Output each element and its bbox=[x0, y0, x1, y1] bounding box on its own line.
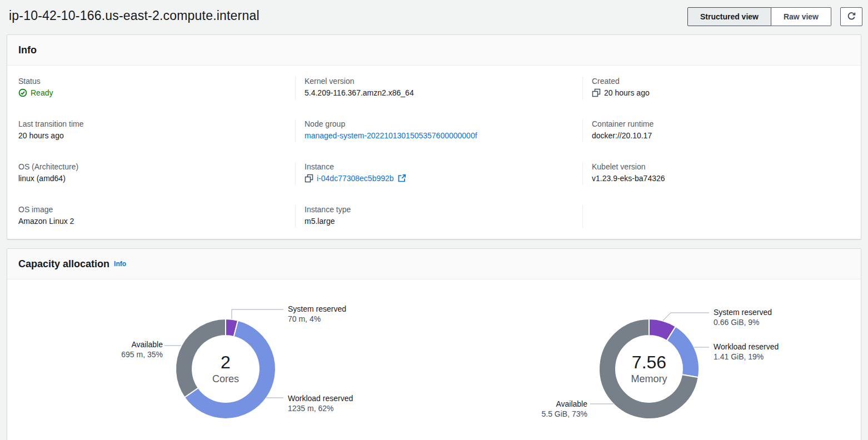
memory-system-reserved-label: System reserved 0.66 GiB, 9% bbox=[714, 307, 772, 327]
field-last-transition-time: Last transition time 20 hours ago bbox=[18, 119, 295, 142]
capacity-info-link[interactable]: Info bbox=[114, 260, 126, 268]
field-node-group: Node group managed-system-20221013015053… bbox=[295, 119, 582, 142]
refresh-button[interactable] bbox=[840, 7, 862, 26]
field-instance-type: Instance type m5.large bbox=[295, 205, 582, 228]
memory-available-label: Available 5.5 GiB, 73% bbox=[512, 399, 587, 419]
info-panel-title: Info bbox=[18, 44, 37, 56]
donut-slice-workload-reserved[interactable] bbox=[667, 327, 699, 378]
field-kernel-version: Kernel version 5.4.209-116.367.amzn2.x86… bbox=[295, 77, 582, 99]
memory-workload-reserved-label: Workload reserved 1.41 GiB, 19% bbox=[714, 342, 779, 362]
field-kubelet-version: Kubelet version v1.23.9-eks-ba74326 bbox=[582, 162, 850, 185]
donut-slice-available[interactable] bbox=[176, 319, 226, 397]
page-header: ip-10-42-10-166.us-east-2.compute.intern… bbox=[0, 0, 868, 34]
capacity-chart-area: 2 Cores System reserved 70 m, 4% Workloa… bbox=[7, 279, 861, 440]
memory-donut-chart: 7.56 Memory System reserved 0.66 GiB, 9%… bbox=[512, 302, 790, 440]
leader-line bbox=[663, 313, 709, 321]
external-link-icon[interactable] bbox=[397, 174, 406, 183]
leader-line bbox=[232, 309, 283, 319]
raw-view-button[interactable]: Raw view bbox=[771, 7, 831, 26]
field-instance: Instance i-04dc77308ec5b992b bbox=[295, 162, 582, 185]
refresh-icon bbox=[846, 12, 856, 22]
cores-workload-reserved-label: Workload reserved 1235 m, 62% bbox=[288, 393, 353, 413]
cores-available-label: Available 695 m, 35% bbox=[87, 339, 163, 359]
cores-donut-chart: 2 Cores System reserved 70 m, 4% Workloa… bbox=[87, 302, 365, 440]
field-os-architecture: OS (Architecture) linux (amd64) bbox=[18, 162, 295, 185]
info-grid: Status Ready Kernel version 5.4.209-116.… bbox=[7, 66, 861, 239]
field-created: Created 20 hours ago bbox=[582, 77, 850, 99]
status-success-icon bbox=[18, 88, 27, 97]
info-panel: Info Status Ready Kernel version 5.4.209… bbox=[7, 34, 861, 239]
capacity-panel-header: Capacity allocationInfo bbox=[7, 249, 861, 279]
status-badge: Ready bbox=[31, 88, 53, 97]
field-os-image: OS image Amazon Linux 2 bbox=[18, 205, 295, 228]
capacity-panel-title: Capacity allocation bbox=[18, 258, 109, 270]
header-actions: Structured view Raw view bbox=[687, 7, 862, 26]
structured-view-button[interactable]: Structured view bbox=[687, 7, 771, 26]
cores-system-reserved-label: System reserved 70 m, 4% bbox=[288, 304, 346, 324]
field-container-runtime: Container runtime docker://20.10.17 bbox=[582, 119, 850, 142]
capacity-allocation-panel: Capacity allocationInfo 2 Cores System r… bbox=[7, 248, 861, 440]
field-status: Status Ready bbox=[18, 77, 295, 99]
node-group-link[interactable]: managed-system-2022101301505357600000000… bbox=[305, 131, 477, 140]
copy-icon[interactable] bbox=[592, 88, 601, 97]
page-title: ip-10-42-10-166.us-east-2.compute.intern… bbox=[9, 8, 260, 23]
copy-icon[interactable] bbox=[305, 174, 313, 183]
info-panel-header: Info bbox=[7, 35, 861, 66]
empty-cell bbox=[582, 205, 850, 228]
instance-link[interactable]: i-04dc77308ec5b992b bbox=[317, 174, 394, 183]
